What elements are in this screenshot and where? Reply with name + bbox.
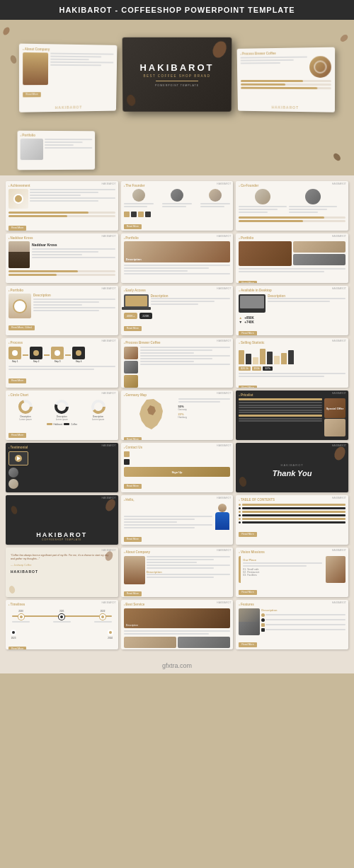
slide-circle-chart: Circle Chart HAKIBAROT Description Lorem… (6, 390, 118, 440)
hero-slides: About Company Read More HAKIBAROT HAKIBA… (6, 27, 348, 119)
slides-row-8: HAKIBAROT "Coffee has always been a sign… (6, 548, 348, 597)
slide-label: Naddsar Kross (8, 236, 115, 240)
read-more-btn[interactable]: Read More, Gifted (8, 325, 35, 330)
slide-naddsar-kross: Naddsar Kross HAKIBAROT Naddsar Kross Re… (6, 233, 118, 283)
slide-portfolio-3: Portfolio HAKIBAROT Description Read Mor… (6, 286, 118, 335)
read-more-btn[interactable]: Read More (124, 326, 142, 331)
slide-badge: HAKIBAROT (332, 549, 346, 552)
slide-badge: HAKIBAROT (101, 340, 115, 342)
read-more-btn[interactable]: Read More (8, 433, 26, 438)
slides-row-9: Timelines HAKIBAROT 2020 2021 (6, 600, 348, 649)
slide-cover-dark: HAKIBAROT HAKIBAROT COFFEESHOP TEMPLATE (6, 495, 118, 545)
read-more-btn[interactable]: Read More (8, 226, 26, 231)
read-more-btn[interactable]: Read More (239, 532, 256, 537)
slide-badge: HAKIBAROT (101, 235, 115, 238)
slide-badge: HAKIBAROT (217, 497, 231, 499)
slide-badge: HAKIBAROT (217, 392, 231, 395)
read-more-btn[interactable]: Read More (239, 590, 256, 595)
slide-label: TABLE OF CONTENTS (239, 498, 346, 502)
read-more-btn[interactable]: Read More (124, 537, 142, 542)
read-more-btn[interactable]: Read More (8, 647, 26, 650)
slide-label: Process (8, 341, 115, 345)
slide-the-founder: The Founder HAKIBAROT (121, 181, 234, 231)
read-more-btn[interactable]: Read More (239, 386, 256, 388)
hero-tagline: POWERPOINT TEMPLATE (155, 84, 199, 87)
slide-label: Portfolio (124, 236, 231, 240)
brand-watermark: HAKIBAROT (272, 105, 299, 110)
slide-achievement: Achievement HAKIBAROT Read More (6, 181, 118, 231)
slide-badge: HAKIBAROT (217, 444, 231, 447)
slide-label: Co-Founder (239, 184, 346, 187)
page-header: HAKIBAROT - COFFEESHOP POWERPOINT TEMPLA… (0, 0, 354, 20)
slide-badge: HAKIBAROT (332, 392, 346, 395)
slide-label: Vision Missions (239, 550, 346, 554)
slide-label: The Founder (124, 184, 231, 187)
slide-process: Process HAKIBAROT Step 1 Step 2 (6, 338, 118, 388)
slides-row-1: Achievement HAKIBAROT Read More (6, 181, 348, 231)
slide-vision-missions: Vision Missions HAKIBAROT Our Place 01. … (236, 548, 348, 597)
slide-label: Easly Access (124, 289, 231, 292)
slide-best-service: Best Service HAKIBAROT Description Read … (121, 600, 234, 649)
read-more-btn[interactable]: Read More (239, 642, 256, 647)
brand-watermark: HAKIBAROT (55, 105, 82, 109)
slide-label: About Company (23, 47, 114, 52)
slide-label: Contact Us (124, 446, 231, 449)
slide-badge: HAKIBAROT (217, 340, 231, 342)
slide-quote: HAKIBAROT "Coffee has always been a sign… (6, 548, 118, 597)
slide-table-of-contents: TABLE OF CONTENTS HAKIBAROT (236, 495, 348, 545)
slides-row-3: Portfolio HAKIBAROT Description Read Mor… (6, 286, 348, 335)
read-more-btn[interactable]: Read More (239, 231, 256, 231)
slide-btn: Read More (23, 92, 41, 97)
slide-testimonial: Testimonial HAKIBAROT (6, 443, 118, 492)
slide-badge: HAKIBAROT (101, 601, 115, 604)
brand-tagline: COFFEESHOP TEMPLATE (36, 538, 87, 541)
slide-available-desktop: Available in Desktop HAKIBAROT Descripti… (236, 286, 348, 335)
hero-slide-process: Process Brewer Coffee HAKIBAROT (237, 47, 336, 112)
slides-row-4: Process HAKIBAROT Step 1 Step 2 (6, 338, 348, 388)
slide-badge: HAKIBAROT (332, 340, 346, 342)
slide-badge: HAKIBAROT (101, 183, 115, 185)
slide-label: Pricelist (239, 393, 346, 397)
slide-label: Available in Desktop (239, 289, 346, 292)
slides-grid: Achievement HAKIBAROT Read More (0, 175, 354, 658)
hero-slide-main: HAKIBAROT BEST COFFEE SHOP BRAND POWERPO… (122, 37, 232, 112)
slide-label: Features (239, 603, 346, 606)
hero-section: About Company Read More HAKIBAROT HAKIBA… (0, 20, 354, 175)
slide-badge: HAKIBAROT (332, 183, 346, 185)
brand-label: HAKIBAROT (36, 531, 87, 538)
slide-label: Portfolio (8, 289, 115, 292)
slide-hello: Hello, HAKIBAROT Read More (121, 495, 234, 545)
slide-badge: HAKIBAROT (217, 287, 231, 290)
slide-easly-access: Easly Access HAKIBAROT Description 400K+… (121, 286, 234, 335)
watermark-text: gfxtra.com (162, 662, 192, 669)
slide-label: Timelines (8, 603, 115, 606)
read-more-btn[interactable]: Read More (239, 331, 256, 336)
slides-row-7: HAKIBAROT HAKIBAROT COFFEESHOP TEMPLATE … (6, 495, 348, 545)
slide-germany-map: Germany Map HAKIBAROT 55% Germany 22% Ha… (121, 390, 234, 440)
hero-slide-portfolio: Portfolio (18, 131, 96, 170)
slide-label: Portfolio (21, 134, 93, 137)
slide-badge: HAKIBAROT (101, 287, 115, 290)
slide-badge: HAKIBAROT (217, 235, 231, 238)
read-more-btn[interactable]: Read More (124, 283, 142, 284)
slide-selling-statistic: Selling Statistic HAKIBAROT $20.5k $50k … (236, 338, 348, 388)
hero-brand-name: HAKIBAROT (139, 62, 214, 73)
header-title: HAKIBAROT - COFFEESHOP POWERPOINT TEMPLA… (59, 6, 295, 14)
read-more-btn[interactable]: Read More (124, 437, 142, 441)
slide-label: Process Brewer Coffee (124, 341, 231, 345)
read-more-btn[interactable]: Read More (124, 484, 142, 489)
slide-thank-you: HAKIBAROT HAKIBAROT Thank You (236, 443, 348, 492)
slide-badge: HAKIBAROT (332, 235, 346, 238)
coffee-bean-deco (332, 152, 342, 162)
read-more-btn[interactable]: Read More (124, 224, 142, 229)
read-more-btn[interactable]: Read More (8, 378, 26, 383)
slide-features: Features HAKIBAROT Description (236, 600, 348, 649)
read-more-btn[interactable]: Read More (124, 591, 142, 596)
slide-label: Selling Statistic (239, 341, 346, 345)
hero-brand-sub: BEST COFFEE SHOP BRAND (143, 74, 210, 78)
thank-you-text: Thank You (273, 469, 312, 478)
read-more-btn[interactable]: Read More (239, 281, 256, 284)
slide-label: Portfolio (239, 236, 346, 240)
slide-about-company: About Company HAKIBAROT Description Read… (121, 548, 234, 597)
slide-label: About Company (124, 550, 231, 554)
